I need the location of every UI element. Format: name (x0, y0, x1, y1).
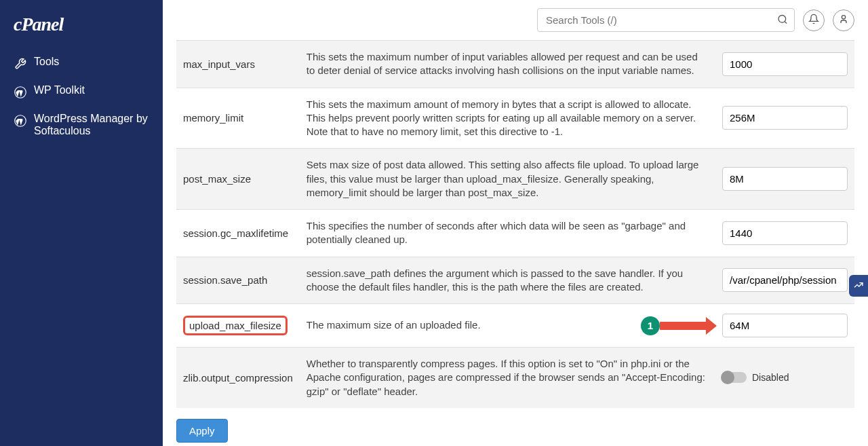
sidebar: cPanel Tools WP Toolkit WordPress Manage… (0, 0, 163, 446)
setting-row-memory-limit: memory_limitThis sets the maximum amount… (176, 88, 854, 149)
search-box (537, 8, 795, 32)
svg-point-2 (778, 15, 786, 22)
user-icon (838, 14, 849, 26)
setting-input[interactable] (722, 221, 848, 245)
logo-text: cPanel (14, 14, 63, 35)
annotation-arrow (660, 322, 707, 330)
setting-control (715, 210, 854, 257)
setting-name: session.save_path (176, 257, 300, 304)
search-input[interactable] (537, 8, 795, 32)
wordpress-icon (14, 86, 27, 99)
setting-description: This sets the maximum number of input va… (300, 41, 715, 88)
sidebar-item-wp-toolkit[interactable]: WP Toolkit (0, 77, 163, 106)
setting-input[interactable] (722, 167, 848, 191)
setting-name: memory_limit (176, 88, 300, 149)
toggle-knob (721, 371, 734, 384)
setting-name: max_input_vars (176, 41, 300, 88)
bell-icon (808, 14, 819, 26)
setting-row-max-input-vars: max_input_varsThis sets the maximum numb… (176, 41, 854, 88)
setting-row-zlib-output-compression: zlib.output_compressionWhether to transp… (176, 348, 854, 408)
setting-description: This sets the maximum amount of memory i… (300, 88, 715, 149)
sidebar-item-label: WordPress Manager by Softaculous (34, 113, 149, 137)
chart-icon (853, 280, 864, 293)
setting-description: This specifies the number of seconds aft… (300, 210, 715, 257)
setting-description: session.save_path defines the argument w… (300, 257, 715, 304)
side-tab-button[interactable] (849, 275, 868, 297)
setting-row-upload-max-filesize: upload_max_filesizeThe maximum size of a… (176, 304, 854, 348)
settings-panel: max_input_varsThis sets the maximum numb… (163, 40, 868, 446)
sidebar-item-wp-manager[interactable]: WordPress Manager by Softaculous (0, 106, 163, 144)
annotation-badge: 1 (641, 316, 660, 335)
notifications-button[interactable] (803, 10, 825, 31)
sidebar-item-label: WP Toolkit (34, 84, 85, 96)
setting-description: Whether to transparently compress pages.… (300, 348, 715, 408)
logo: cPanel (0, 14, 163, 49)
setting-row-post-max-size: post_max_sizeSets max size of post data … (176, 149, 854, 210)
footer: cPanel 112.0.5 HomeTrademarksPrivacy Pol… (176, 443, 854, 446)
setting-control: 1 (715, 304, 854, 348)
setting-control (715, 149, 854, 210)
svg-line-3 (785, 21, 787, 23)
tools-icon (14, 57, 27, 71)
setting-name: upload_max_filesize (176, 304, 300, 348)
search-icon[interactable] (777, 14, 788, 26)
setting-row-session-save-path: session.save_pathsession.save_path defin… (176, 257, 854, 304)
settings-table: max_input_varsThis sets the maximum numb… (176, 40, 854, 408)
svg-point-4 (842, 16, 845, 19)
setting-control (715, 41, 854, 88)
setting-name: post_max_size (176, 149, 300, 210)
setting-name: zlib.output_compression (176, 348, 300, 408)
wordpress-icon (14, 114, 27, 128)
setting-control (715, 257, 854, 304)
toggle-switch[interactable] (722, 372, 747, 383)
apply-button[interactable]: Apply (176, 419, 228, 443)
setting-name: session.gc_maxlifetime (176, 210, 300, 257)
main-content: max_input_varsThis sets the maximum numb… (163, 0, 868, 446)
setting-input[interactable] (722, 106, 848, 130)
setting-input[interactable] (722, 52, 848, 76)
highlight-box: upload_max_filesize (183, 316, 288, 335)
setting-input[interactable] (722, 268, 848, 292)
sidebar-item-tools[interactable]: Tools (0, 49, 163, 77)
setting-input[interactable] (722, 314, 848, 337)
setting-control: Disabled (715, 348, 854, 408)
setting-row-session-gc-maxlifetime: session.gc_maxlifetimeThis specifies the… (176, 210, 854, 257)
setting-description: Sets max size of post data allowed. This… (300, 149, 715, 210)
setting-control (715, 88, 854, 149)
toggle-label: Disabled (752, 372, 789, 383)
sidebar-item-label: Tools (34, 56, 59, 68)
topbar (163, 0, 868, 40)
user-button[interactable] (833, 10, 854, 31)
